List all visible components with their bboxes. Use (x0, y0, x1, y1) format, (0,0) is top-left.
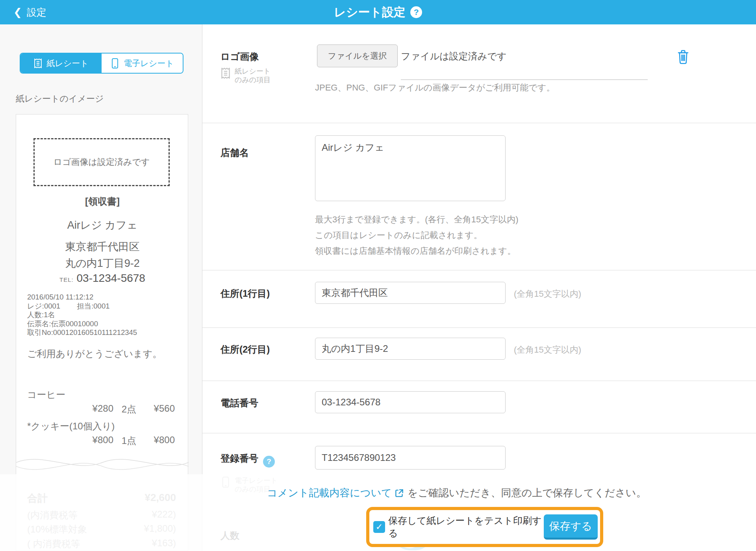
receipt-tel: TEL: 03-1234-5678 (16, 272, 189, 285)
receipt-settings-page: ❮ 設定 レシート設定 ? 紙レシート 電子レシート 紙レシートのイメージ ロゴ… (0, 0, 756, 551)
test-print-checkbox[interactable]: ✓ (373, 521, 385, 533)
save-highlight-box: ✓ 保存して紙レシートをテスト印刷する 保存する (366, 507, 603, 547)
phone-label: 電話番号 (220, 397, 258, 409)
external-link-icon (394, 488, 404, 498)
page-title: レシート設定 (334, 4, 406, 20)
logo-placeholder-text: ロゴ画像は設定済みです (53, 156, 150, 168)
footer-overlay: コメント記載内容について をご確認いただき、同意の上で保存してください。 ✓ 保… (0, 474, 756, 551)
address2-hint: (全角15文字以内) (514, 344, 581, 356)
section-divider (202, 433, 756, 433)
wave-separator (16, 454, 189, 475)
receipt-type-tabs: 紙レシート 電子レシート (20, 53, 183, 74)
receipt-doc-type: [領収書] (16, 195, 189, 208)
header-title-wrap: レシート設定 ? (0, 0, 756, 24)
receipt-item-name: コーヒー (27, 388, 65, 401)
tab-paper-label: 紙レシート (46, 58, 88, 69)
tab-paper-receipt[interactable]: 紙レシート (20, 54, 102, 73)
registration-label: 登録番号? (220, 452, 275, 468)
registration-input[interactable] (315, 446, 506, 470)
receipt-guests: 人数:1名 (27, 311, 137, 320)
section-divider (202, 270, 756, 270)
tab-electronic-receipt[interactable]: 電子レシート (102, 54, 183, 73)
address1-hint: (全角15文字以内) (514, 288, 581, 300)
logo-helper-text: JPEG、PNG、GIFファイルの画像データがご利用可能です。 (315, 82, 555, 94)
receipt-tel-label: TEL: (59, 276, 74, 283)
store-name-textarea[interactable]: Airレジ カフェ (315, 135, 506, 201)
receipt-item-name: *クッキー(10個入り) (27, 420, 115, 433)
preview-title: 紙レシートのイメージ (16, 93, 104, 105)
paper-receipt-icon (33, 58, 43, 69)
receipt-thanks: ご利用ありがとうございます。 (27, 348, 162, 360)
comment-content-link[interactable]: コメント記載内容について (267, 486, 404, 500)
section-divider (202, 123, 756, 123)
address2-input[interactable] (315, 338, 506, 360)
logo-field-label: ロゴ画像 (220, 50, 259, 63)
save-button[interactable]: 保存する (544, 514, 598, 540)
tab-electronic-label: 電子レシート (124, 58, 174, 69)
address1-input[interactable] (315, 282, 506, 304)
help-icon[interactable]: ? (410, 6, 422, 18)
receipt-address2: 丸の内1丁目9-2 (16, 256, 189, 270)
smartphone-icon (110, 58, 120, 69)
paper-receipt-icon (220, 67, 231, 80)
receipt-datetime: 2016/05/10 11:12:12 (27, 293, 137, 302)
receipt-address1: 東京都千代田区 (16, 240, 189, 254)
consent-text: をご確認いただき、同意の上で保存してください。 (408, 486, 647, 500)
app-header: ❮ 設定 レシート設定 ? (0, 0, 756, 24)
receipt-details: 2016/05/10 11:12:12 レジ:0001担当:0001 人数:1名… (27, 293, 137, 337)
section-divider (202, 381, 756, 381)
store-name-helper: 最大3行まで登録できます。(各行、全角15文字以内) この項目はレシートのみに記… (315, 212, 518, 259)
file-status-underline (401, 80, 648, 80)
file-status-text: ファイルは設定済みです (401, 50, 507, 63)
address1-label: 住所(1行目) (220, 287, 270, 300)
receipt-transaction: 取引No:000120160510111212345 (27, 328, 137, 337)
consent-note: コメント記載内容について をご確認いただき、同意の上で保存してください。 (267, 486, 646, 500)
receipt-item-amounts: ¥2802点¥560 (16, 403, 189, 416)
receipt-store-name: Airレジ カフェ (16, 218, 189, 232)
receipt-item-amounts: ¥8001点¥800 (16, 435, 189, 447)
delete-logo-trash-icon[interactable] (676, 49, 690, 65)
receipt-slip: 伝票名:伝票00010000 (27, 320, 137, 329)
receipt-register-staff: レジ:0001担当:0001 (27, 302, 137, 311)
test-print-checkbox-label: 保存して紙レシートをテスト印刷する (388, 514, 544, 540)
receipt-tel-number: 03-1234-5678 (77, 272, 145, 284)
store-name-label: 店舗名 (220, 146, 249, 159)
address2-label: 住所(2行目) (220, 343, 270, 356)
choose-file-button[interactable]: ファイルを選択 (317, 44, 398, 67)
phone-input[interactable] (315, 391, 506, 413)
paper-only-note: 紙レシート のみの項目 (220, 67, 271, 84)
registration-help-icon[interactable]: ? (263, 456, 275, 468)
section-divider (202, 327, 756, 328)
logo-placeholder-box: ロゴ画像は設定済みです (33, 138, 170, 186)
